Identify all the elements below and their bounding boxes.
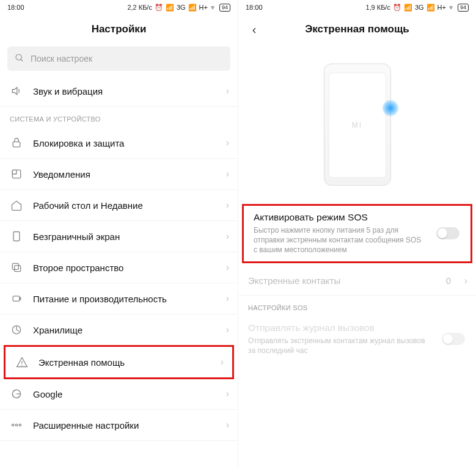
- svg-point-12: [21, 365, 23, 366]
- settings-item-notifications[interactable]: Уведомления ›: [0, 159, 238, 190]
- status-net-speed: 1,9 КБ/с: [365, 4, 390, 11]
- page-title: Экстренная помощь: [305, 23, 409, 35]
- sos-title: Активировать режим SOS: [254, 212, 461, 223]
- sos-subtitle: Быстро нажмите кнопку питания 5 раз для …: [254, 225, 461, 255]
- svg-rect-4: [12, 170, 16, 174]
- sos-toggle[interactable]: [436, 227, 460, 239]
- phone-logo: MI: [329, 73, 386, 178]
- svg-rect-5: [13, 232, 20, 241]
- call-log-subtitle: Отправлять экстренным контактам журнал в…: [248, 336, 466, 355]
- item-label: Блокировка и защита: [33, 138, 216, 148]
- status-3g: 3G: [177, 4, 186, 11]
- settings-item-second-space[interactable]: Второе пространство ›: [0, 252, 238, 283]
- svg-point-17: [19, 424, 21, 426]
- svg-rect-9: [20, 297, 21, 299]
- status-time: 18:00: [246, 4, 263, 11]
- item-label: Экстренная помощь: [38, 357, 211, 368]
- svg-point-15: [15, 424, 17, 426]
- signal-icon-2: 📶: [188, 4, 197, 12]
- back-button[interactable]: ‹: [246, 23, 263, 37]
- section-header-sos-settings: НАСТРОЙКИ SOS: [238, 296, 476, 316]
- battery-icon: [10, 292, 23, 305]
- item-label: Расширенные настройки: [33, 420, 216, 431]
- home-icon: [10, 198, 23, 212]
- alarm-icon: ⏰: [393, 4, 401, 12]
- item-label: Питание и производительность: [33, 294, 216, 304]
- search-input[interactable]: Поиск настроек: [7, 46, 230, 71]
- emergency-contacts-row[interactable]: Экстренные контакты 0 ›: [238, 267, 476, 296]
- chevron-right-icon: ›: [226, 85, 229, 96]
- item-label: Экстренные контакты: [248, 275, 436, 286]
- item-label: Второе пространство: [33, 263, 216, 273]
- highlight-box-emergency: Экстренная помощь ›: [4, 345, 234, 379]
- settings-list: Звук и вибрация › СИСТЕМА И УСТРОЙСТВО Б…: [0, 76, 238, 441]
- settings-item-google[interactable]: Google ›: [0, 379, 238, 410]
- google-icon: [10, 387, 23, 401]
- emergency-icon: [15, 355, 29, 369]
- settings-item-battery-perf[interactable]: Питание и производительность ›: [0, 283, 238, 314]
- chevron-right-icon: ›: [221, 357, 224, 368]
- settings-item-advanced[interactable]: Расширенные настройки ›: [0, 410, 238, 441]
- settings-item-lock[interactable]: Блокировка и защита ›: [0, 128, 238, 159]
- page-title: Настройки: [92, 23, 147, 35]
- status-hplus: H+: [438, 4, 446, 11]
- status-icons: 1,9 КБ/с ⏰ 📶 3G 📶 H+ ᯤ 94: [365, 4, 469, 12]
- settings-item-emergency[interactable]: Экстренная помощь ›: [5, 347, 232, 377]
- lock-icon: [10, 136, 23, 150]
- status-hplus: H+: [199, 4, 208, 11]
- signal-icon: 📶: [166, 4, 174, 12]
- svg-rect-8: [13, 296, 20, 301]
- section-header-system: СИСТЕМА И УСТРОЙСТВО: [0, 107, 238, 128]
- call-log-toggle: [442, 333, 465, 345]
- chevron-right-icon: ›: [226, 137, 229, 148]
- chevron-right-icon: ›: [226, 293, 229, 304]
- phone-shell-icon: MI: [324, 64, 391, 186]
- call-log-title: Отправлять журнал вызовов: [248, 322, 466, 333]
- advanced-icon: [10, 418, 23, 432]
- notification-icon: [10, 167, 23, 181]
- chevron-right-icon: ›: [226, 200, 229, 211]
- sos-activate-row[interactable]: Активировать режим SOS Быстро нажмите кн…: [244, 206, 471, 261]
- svg-rect-6: [12, 263, 18, 269]
- chevron-right-icon: ›: [226, 388, 229, 399]
- chevron-right-icon: ›: [226, 169, 229, 180]
- search-icon: [15, 53, 24, 65]
- settings-item-fullscreen[interactable]: Безграничный экран ›: [0, 221, 238, 252]
- storage-icon: [10, 323, 23, 336]
- chevron-right-icon: ›: [226, 324, 229, 335]
- svg-rect-7: [15, 266, 21, 272]
- search-placeholder: Поиск настроек: [31, 54, 92, 64]
- chevron-right-icon: ›: [226, 262, 229, 273]
- battery-icon: 94: [458, 4, 469, 12]
- svg-point-0: [16, 54, 21, 60]
- item-label: Звук и вибрация: [33, 86, 216, 96]
- settings-item-sound[interactable]: Звук и вибрация ›: [0, 76, 238, 107]
- chevron-right-icon: ›: [226, 231, 229, 242]
- status-3g: 3G: [415, 4, 424, 11]
- status-time: 18:00: [7, 4, 24, 11]
- settings-item-storage[interactable]: Хранилище ›: [0, 314, 238, 346]
- send-call-log-row: Отправлять журнал вызовов Отправлять экс…: [238, 316, 476, 362]
- status-bar: 18:00 2,2 КБ/с ⏰ 📶 3G 📶 H+ ᯤ 94: [0, 0, 238, 15]
- fullscreen-icon: [10, 230, 23, 243]
- item-label: Хранилище: [33, 325, 216, 335]
- item-label: Уведомления: [33, 169, 216, 180]
- alarm-icon: ⏰: [155, 4, 163, 12]
- svg-line-1: [21, 59, 23, 61]
- battery-icon: 94: [219, 4, 230, 12]
- chevron-right-icon: ›: [464, 275, 467, 286]
- page-header: Настройки: [0, 15, 238, 44]
- item-label: Рабочий стол и Недавние: [33, 200, 216, 211]
- item-label: Google: [33, 389, 216, 399]
- second-space-icon: [10, 261, 23, 274]
- status-bar: 18:00 1,9 КБ/с ⏰ 📶 3G 📶 H+ ᯤ 94: [238, 0, 476, 15]
- highlight-box-sos: Активировать режим SOS Быстро нажмите кн…: [242, 204, 472, 263]
- page-header: ‹ Экстренная помощь: [238, 15, 476, 44]
- contacts-count: 0: [446, 276, 455, 286]
- svg-rect-2: [13, 142, 20, 147]
- settings-item-home[interactable]: Рабочий стол и Недавние ›: [0, 190, 238, 221]
- signal-icon-2: 📶: [427, 4, 435, 12]
- wifi-icon: ᯤ: [449, 4, 455, 11]
- item-label: Безграничный экран: [33, 231, 216, 242]
- settings-screen: 18:00 2,2 КБ/с ⏰ 📶 3G 📶 H+ ᯤ 94 Настройк…: [0, 0, 238, 469]
